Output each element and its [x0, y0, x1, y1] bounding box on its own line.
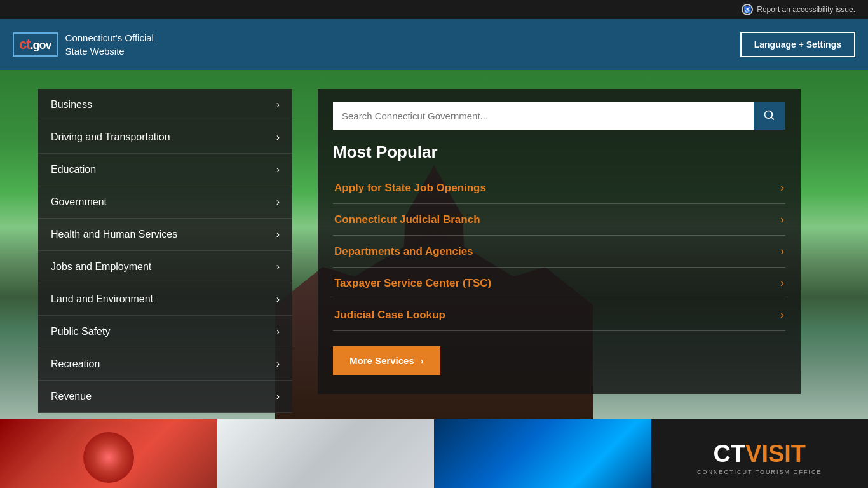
- popular-links-container: Apply for State Job Openings›Connecticut…: [333, 172, 785, 331]
- nav-item-label: Public Safety: [51, 326, 110, 337]
- popular-link-text: Taxpayer Service Center (TSC): [334, 277, 491, 290]
- nav-item-jobs[interactable]: Jobs and Employment›: [38, 251, 292, 283]
- nav-arrow-icon: ›: [276, 358, 280, 370]
- site-name-line2: State Website: [65, 44, 154, 58]
- more-services-button[interactable]: More Services ›: [333, 346, 440, 375]
- logo-area: ct.gov Connecticut's Official State Webs…: [13, 31, 154, 58]
- ctvisit-subtitle: CONNECTICUT TOURISM OFFICE: [697, 469, 822, 475]
- popular-link-arrow-icon: ›: [780, 308, 784, 322]
- more-services-arrow-icon: ›: [421, 355, 424, 366]
- accessibility-link-text: Report an accessibility issue.: [757, 5, 855, 14]
- nav-arrow-icon: ›: [276, 294, 280, 305]
- popular-panel: Most Popular Apply for State Job Opening…: [318, 89, 801, 394]
- nav-arrow-icon: ›: [276, 326, 280, 337]
- card-science[interactable]: [434, 419, 651, 488]
- nav-item-recreation[interactable]: Recreation›: [38, 348, 292, 381]
- nav-arrow-icon: ›: [276, 196, 280, 208]
- nav-item-revenue[interactable]: Revenue›: [38, 381, 292, 413]
- popular-link-tsc-link[interactable]: Taxpayer Service Center (TSC)›: [333, 268, 785, 299]
- popular-link-arrow-icon: ›: [780, 245, 784, 258]
- nav-item-label: Recreation: [51, 358, 100, 370]
- nav-item-label: Land and Environment: [51, 294, 153, 305]
- language-settings-button[interactable]: Language + Settings: [740, 32, 855, 57]
- nav-item-label: Education: [51, 164, 96, 175]
- nav-item-label: Revenue: [51, 391, 92, 402]
- popular-link-arrow-icon: ›: [780, 276, 784, 290]
- nav-item-label: Government: [51, 196, 107, 208]
- site-name: Connecticut's Official State Website: [65, 31, 154, 58]
- search-icon: [763, 109, 776, 122]
- nav-item-government[interactable]: Government›: [38, 186, 292, 219]
- nav-arrow-icon: ›: [276, 164, 280, 175]
- main-navigation: Business›Driving and Transportation›Educ…: [38, 89, 292, 413]
- popular-link-text: Judicial Case Lookup: [334, 309, 445, 322]
- card-virus[interactable]: [0, 419, 217, 488]
- nav-item-business[interactable]: Business›: [38, 89, 292, 121]
- ctvisit-branding: CTVISIT CONNECTICUT TOURISM OFFICE: [697, 440, 822, 475]
- popular-link-case-link[interactable]: Judicial Case Lookup›: [333, 299, 785, 331]
- card-people[interactable]: [217, 419, 435, 488]
- logo[interactable]: ct.gov: [13, 32, 58, 57]
- site-name-line1: Connecticut's Official: [65, 31, 154, 44]
- ctvisit-logo: CTVISIT: [713, 453, 806, 464]
- popular-link-judicial-link[interactable]: Connecticut Judicial Branch›: [333, 204, 785, 236]
- nav-item-driving[interactable]: Driving and Transportation›: [38, 121, 292, 154]
- search-bar: [333, 102, 785, 130]
- nav-item-label: Driving and Transportation: [51, 132, 170, 143]
- card-ctvisit[interactable]: CTVISIT CONNECTICUT TOURISM OFFICE: [651, 419, 869, 488]
- nav-item-land[interactable]: Land and Environment›: [38, 283, 292, 316]
- nav-item-label: Jobs and Employment: [51, 261, 151, 273]
- popular-link-text: Apply for State Job Openings: [334, 182, 486, 194]
- popular-link-departments-link[interactable]: Departments and Agencies›: [333, 236, 785, 268]
- nav-arrow-icon: ›: [276, 229, 280, 240]
- virus-decoration: [0, 419, 217, 488]
- accessibility-icon: ♿: [742, 4, 753, 15]
- search-button[interactable]: [754, 102, 785, 130]
- site-header: ct.gov Connecticut's Official State Webs…: [0, 19, 868, 70]
- logo-ct: ct: [19, 36, 31, 52]
- popular-link-jobs-link[interactable]: Apply for State Job Openings›: [333, 172, 785, 204]
- more-services-label: More Services: [349, 355, 414, 366]
- nav-item-health[interactable]: Health and Human Services›: [38, 219, 292, 251]
- hero-section: Business›Driving and Transportation›Educ…: [0, 70, 868, 419]
- most-popular-title: Most Popular: [333, 142, 785, 162]
- popular-link-text: Departments and Agencies: [334, 245, 473, 258]
- ctvisit-ct: CT: [713, 440, 745, 467]
- nav-item-label: Health and Human Services: [51, 229, 177, 240]
- popular-link-text: Connecticut Judicial Branch: [334, 214, 480, 226]
- nav-arrow-icon: ›: [276, 99, 280, 111]
- accessibility-link[interactable]: ♿ Report an accessibility issue.: [742, 4, 855, 15]
- nav-arrow-icon: ›: [276, 261, 280, 273]
- nav-item-safety[interactable]: Public Safety›: [38, 316, 292, 348]
- nav-arrow-icon: ›: [276, 132, 280, 143]
- popular-link-arrow-icon: ›: [780, 181, 784, 194]
- popular-link-arrow-icon: ›: [780, 213, 784, 226]
- cards-section: CTVISIT CONNECTICUT TOURISM OFFICE: [0, 419, 868, 488]
- ctvisit-visit: VISIT: [745, 440, 806, 467]
- logo-gov: .gov: [31, 39, 51, 51]
- nav-item-label: Business: [51, 99, 92, 111]
- accessibility-bar: ♿ Report an accessibility issue.: [0, 0, 868, 19]
- search-input[interactable]: [333, 102, 754, 130]
- nav-arrow-icon: ›: [276, 391, 280, 402]
- nav-item-education[interactable]: Education›: [38, 154, 292, 186]
